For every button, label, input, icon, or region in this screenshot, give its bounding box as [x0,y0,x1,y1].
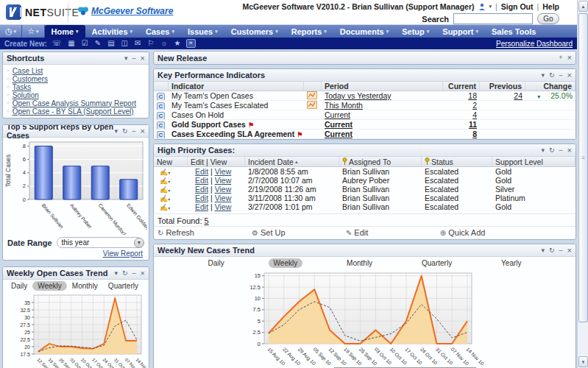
minimize-icon[interactable]: – [132,270,136,277]
hp-column-header[interactable]: Status [422,157,492,167]
tab-sales-tools[interactable]: Sales Tools [485,25,542,38]
kpi-column-header[interactable]: Change [525,82,575,91]
view-link[interactable]: View [215,176,232,185]
view-link[interactable]: View [215,167,232,176]
shortcut-link[interactable]: Tasks [13,83,32,91]
refresh-icon[interactable]: ↻ [549,72,555,79]
tab-customers[interactable]: Customers▾ [224,25,285,38]
close-icon[interactable]: × [141,128,145,135]
shortcut-link[interactable]: Open Case Analysis Summary Report [13,99,136,107]
document-icon[interactable]: ✉ [135,40,141,47]
menu-icon[interactable]: ▾ [541,147,545,154]
menu-icon[interactable]: ▾ [541,247,545,254]
solution-icon[interactable]: ☼ [160,40,167,47]
kpi-current-value[interactable]: 4 [472,110,477,119]
kpi-column-header[interactable] [304,82,322,91]
kpi-column-header[interactable]: Indicator [169,82,304,91]
edit-link[interactable]: Edit [195,176,208,185]
kpi-case-icon[interactable]: C [157,112,165,120]
hp-column-header[interactable]: Support Level [492,157,575,167]
tab-reports[interactable]: Reports▾ [285,25,333,38]
tab-setup[interactable]: Setup▾ [395,25,436,38]
refresh-icon[interactable]: ↻ [549,247,555,254]
hp-column-header[interactable]: Assigned To [339,157,422,167]
hp-column-header[interactable]: Edit | View [188,157,245,167]
trend-tab-yearly[interactable]: Yearly [144,281,149,291]
view-report-link[interactable]: View Report [103,250,143,258]
expand-icon[interactable]: + [559,54,562,61]
close-icon[interactable]: × [141,270,145,277]
scroll-up-button[interactable]: ▲ [578,1,588,12]
menu-icon[interactable]: ▾ [124,55,128,62]
refresh-icon[interactable]: ↻ [549,147,555,154]
total-found-value[interactable]: 5 [205,216,209,225]
window-scrollbar[interactable]: ▲ ≡ ▼ [577,0,588,368]
trend-tab-quarterly[interactable]: Quarterly [417,258,457,268]
view-link[interactable]: View [215,202,232,211]
refresh-action[interactable]: ↻Refresh [157,228,252,237]
edit-link[interactable]: Edit [195,167,208,176]
shortcut-link[interactable]: Case List [13,67,43,75]
nav-recent-icon-tab[interactable]: ◷▾ [0,25,22,38]
nav-favorites-icon-tab[interactable]: ☆▾ [22,25,44,38]
kpi-case-icon[interactable]: C [157,121,165,130]
tab-documents[interactable]: Documents▾ [333,25,395,38]
hp-column-header[interactable]: Incident Date▴ [245,157,339,167]
tab-cases[interactable]: Cases▾ [139,25,181,38]
quick-add-action[interactable]: ⊕Quick Add [440,228,572,237]
user-menu-chevron-icon[interactable]: ▾ [489,4,492,10]
date-range-dropdown-icon[interactable]: ▼ [134,238,144,248]
set-up-action[interactable]: ⚙Set Up [252,228,346,237]
view-link[interactable]: View [215,194,232,202]
close-icon[interactable]: × [567,72,572,79]
event-icon[interactable]: ▦ [68,40,74,47]
tab-issues[interactable]: Issues▾ [181,25,224,38]
kpi-period-link[interactable]: Current [325,120,353,129]
new-case-icon[interactable]: ✍▾ [160,177,170,185]
close-icon[interactable]: × [567,147,572,154]
kpi-previous-value[interactable]: 24 [514,91,523,100]
edit-link[interactable]: Edit [195,194,208,202]
close-icon[interactable]: × [141,55,145,62]
edit-link[interactable]: Edit [195,185,208,194]
new-case-icon[interactable]: ✍▾ [160,195,170,202]
tab-support[interactable]: Support▾ [436,25,485,38]
trend-tab-weekly[interactable]: Weekly [32,281,67,291]
kpi-column-header[interactable] [154,82,169,91]
kpi-column-header[interactable]: Current [443,82,480,91]
trend-tab-monthly[interactable]: Monthly [67,281,103,291]
opportunity-icon[interactable]: ◫ [121,40,128,47]
kpi-current-value[interactable]: 8 [472,130,477,138]
sparkline-icon[interactable] [307,101,317,109]
close-icon[interactable]: × [567,247,572,254]
scrollbar-thumb[interactable]: ≡ [578,13,588,322]
menu-icon[interactable]: ▾ [114,270,118,277]
minimize-icon[interactable]: – [132,55,136,62]
minimize-icon[interactable]: – [132,128,136,135]
create-new-more-button[interactable]: » [186,39,196,48]
sign-out-link[interactable]: Sign Out [501,2,534,11]
user-icon[interactable] [478,3,486,10]
menu-icon[interactable]: ▾ [114,128,118,135]
trend-tab-yearly[interactable]: Yearly [496,258,526,268]
date-range-select[interactable]: this year [57,237,143,248]
trend-tab-daily[interactable]: Daily [202,258,229,268]
kpi-case-icon[interactable]: C [157,102,165,110]
view-link[interactable]: View [215,185,232,194]
refresh-icon[interactable]: ↻ [122,128,128,135]
shortcut-link[interactable]: Open Case - BY SLA (Support Level) [13,107,134,116]
tab-activities[interactable]: Activities▾ [85,25,139,38]
close-icon[interactable]: × [567,54,572,61]
kpi-period-link[interactable]: Today vs Yesterday [325,91,391,100]
new-case-icon[interactable]: ✍▾ [160,204,170,211]
task-icon[interactable]: ☑ [82,40,88,47]
kpi-current-value[interactable]: 18 [468,91,477,100]
new-case-icon[interactable]: ✍▾ [160,186,170,194]
minimize-icon[interactable]: – [559,72,563,79]
minimize-icon[interactable]: – [559,147,563,154]
scroll-down-button[interactable]: ▼ [578,356,588,367]
edit-action[interactable]: ✎Edit [346,228,440,237]
trend-tab-monthly[interactable]: Monthly [341,258,378,268]
tab-home[interactable]: Home▾ [45,25,85,38]
menu-icon[interactable]: ▾ [541,72,545,79]
